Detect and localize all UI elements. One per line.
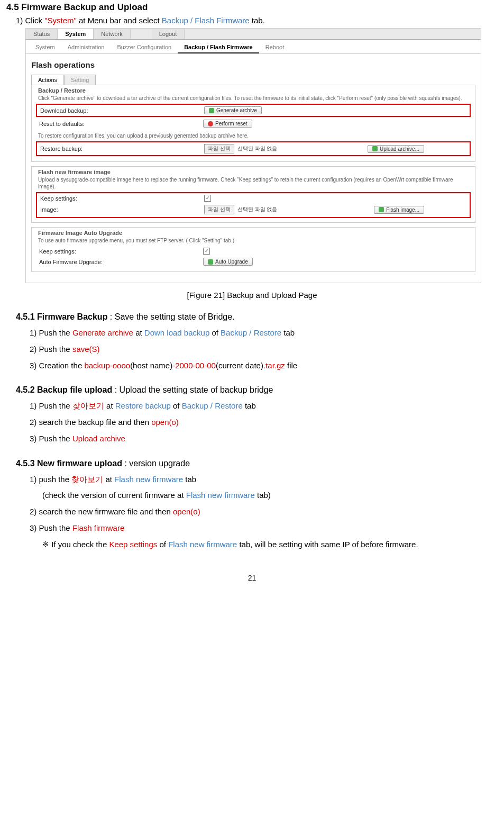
t: Flash new firmware [186,491,255,500]
subtab-backup[interactable]: Backup / Flash Firmware [178,42,259,53]
t: Down load backup [144,328,209,337]
intro-text: 1) Click [16,16,44,25]
page-number: 21 [6,574,498,582]
t: Keep settings [109,540,157,549]
t: of [157,540,168,549]
subsection-desc: : Save the setting state of Bridge. [107,312,234,321]
row-restore-backup: Restore backup: 파일 선택 선택된 파일 없음 Upload a… [36,141,471,156]
flash-icon [379,207,384,212]
subsection-number: 4.5.1 Firmware Backup [16,312,107,321]
step: 2) search the backup file and then open(… [30,414,498,431]
keep-settings-checkbox[interactable]: ✓ [204,195,211,202]
file-select-button[interactable]: 파일 선택 [204,205,234,214]
fieldset-desc: Upload a sysupgrade-compatible image her… [38,176,471,190]
t: Flash firmware [72,523,124,532]
tab-status[interactable]: Status [26,29,58,39]
step: 1) Push the Generate archive at Down loa… [30,325,498,341]
t: save(S) [72,345,100,354]
btn-label: Auto Upgrade [215,259,248,265]
t: 3) Push the [30,434,72,443]
file-status-text: 선택된 파일 없음 [237,206,278,213]
fieldset-auto-upgrade: Firmware Image Auto Upgrade To use auto … [31,227,475,272]
row-download-backup: Download backup: Generate archive [36,104,471,117]
t: tab, will be setting with same IP of bef… [237,540,418,549]
subsection-452: 4.5.2 Backup file upload : Upload the se… [16,385,498,395]
intro-text: at Menu bar and select [77,16,162,25]
subtab-buzzer[interactable]: Buzzer Configuration [111,42,178,53]
t: (current date) [216,361,263,370]
keep-settings-checkbox[interactable]: ✓ [203,248,210,255]
t: Upload archive [72,434,125,443]
t: at [104,401,115,410]
upload-archive-button[interactable]: Upload archive... [368,145,424,153]
subsection-453: 4.5.3 New firmware upload : version upgr… [16,459,498,468]
t: (host name) [130,361,172,370]
t: at [133,328,144,337]
intro-system: "System" [44,16,77,25]
t: open(o) [173,507,200,516]
fieldset-desc2: To restore configuration files, you can … [38,132,471,139]
subtab-system[interactable]: System [29,42,61,53]
subtab-reboot[interactable]: Reboot [259,42,290,53]
label-download-backup: Download backup: [40,107,204,114]
label-keep-settings: Keep settings: [40,195,204,202]
row-keep-settings-auto: Keep settings: ✓ [36,246,471,256]
t: open(o) [151,418,179,427]
fieldset-title: Flash new firmware image [38,169,471,175]
btn-label: Flash image... [386,207,419,213]
fieldset-title: Backup / Restore [38,87,471,94]
label-restore-backup: Restore backup: [40,146,204,152]
generate-archive-button[interactable]: Generate archive [204,106,262,114]
inner-tabs: Actions Setting [31,75,475,85]
flash-operations-heading: Flash operations [31,60,475,69]
file-chooser: 파일 선택 선택된 파일 없음 [204,144,277,153]
file-chooser: 파일 선택 선택된 파일 없음 [204,205,277,214]
inner-tab-setting[interactable]: Setting [64,75,96,85]
step: 3) Push the Flash firmware [30,520,498,537]
t: .tar.gz [263,361,285,370]
t: Flash new firmware [168,540,237,549]
screenshot-body: Flash operations Actions Setting Backup … [26,54,481,283]
subtab-admin[interactable]: Administration [61,42,111,53]
main-tabs: Status System Network Logout [26,29,481,40]
label-auto-upgrade: Auto Firmware Upgrade: [39,259,203,265]
auto-upgrade-button[interactable]: Auto Upgrade [203,258,253,266]
t: file [285,361,297,370]
step-note: (check the version of current firmware a… [42,487,498,504]
t: Backup / Restore [221,328,281,337]
t: -2000-00-00 [172,361,216,370]
intro-text: tab. [250,16,265,25]
t: 2) search the new firmware file and then [30,507,173,516]
t: tab) [255,491,271,500]
file-status-text: 선택된 파일 없음 [237,145,278,152]
t: (check the version of current firmware a… [42,491,186,500]
steps-451: 1) Push the Generate archive at Down loa… [30,325,498,374]
file-select-button[interactable]: 파일 선택 [204,144,234,153]
t: tab [183,475,196,484]
step: 3) Push the Upload archive [30,431,498,447]
label-keep-settings: Keep settings: [39,248,203,255]
subsection-451: 4.5.1 Firmware Backup : Save the setting… [16,312,498,322]
step-note: ※ If you check the Keep settings of Flas… [42,537,498,553]
row-keep-settings: Keep settings: ✓ [37,193,470,203]
t: at [103,475,114,484]
t: 1) push the [30,475,71,484]
sub-tabs: System Administration Buzzer Configurati… [26,40,481,54]
t: 2) Push the [30,345,72,354]
tab-logout[interactable]: Logout [152,29,185,39]
intro-tabname: Backup / Flash Firmware [162,16,250,25]
t: 1) Push the [30,328,72,337]
fieldset-desc: To use auto firmware upgrade menu, you m… [38,237,471,244]
flash-image-button[interactable]: Flash image... [374,206,424,214]
reset-icon [208,121,213,126]
fieldset-desc: Click "Generate archive" to download a t… [38,95,471,102]
steps-452: 1) Push the 찾아보기 at Restore backup of Ba… [30,398,498,447]
perform-reset-button[interactable]: Perform reset [203,120,252,128]
fieldset-title: Firmware Image Auto Upgrade [38,230,471,236]
t: 2) search the backup file and then [30,418,151,427]
inner-tab-actions[interactable]: Actions [31,75,64,85]
tab-network[interactable]: Network [94,29,130,39]
step: 3) Creation the backup-oooo(host name)-2… [30,358,498,374]
tab-system[interactable]: System [58,29,94,39]
subsection-number: 4.5.3 New firmware upload [16,459,122,468]
